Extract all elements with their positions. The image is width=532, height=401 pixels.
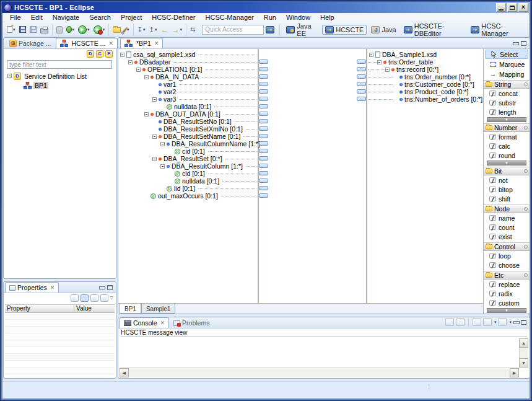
palette-tool-mapping[interactable]: →Mapping bbox=[485, 69, 528, 79]
palette-item-choose[interactable]: choose bbox=[484, 260, 530, 270]
minimize-window-button[interactable] bbox=[496, 3, 506, 12]
tab-problems[interactable]: Problems bbox=[169, 317, 214, 328]
palette-item-substr[interactable]: substr bbox=[484, 98, 530, 107]
tree-node-tns-product-code-0[interactable]: tns:Product_code [0:*] bbox=[367, 88, 483, 95]
maximize-editor-icon[interactable] bbox=[521, 41, 526, 46]
tree-node-opelation1-0-1[interactable]: OPELATION1 [0:1] bbox=[118, 66, 258, 73]
palette-item-count[interactable]: count bbox=[484, 223, 530, 232]
tree-node-out-maxoccurs-0-1[interactable]: out_maxOccurs [0:1] bbox=[118, 192, 258, 200]
mapping-handle[interactable] bbox=[357, 74, 366, 79]
show-advanced-properties-icon[interactable] bbox=[90, 294, 98, 302]
palette-item-shift[interactable]: shift bbox=[484, 194, 530, 203]
tree-expander[interactable] bbox=[369, 53, 373, 57]
palette-item-concat[interactable]: concat bbox=[484, 89, 530, 98]
perspective-hcscte[interactable]: HCSCTE bbox=[322, 25, 367, 35]
tree-expander[interactable] bbox=[152, 134, 157, 139]
palette-group-number[interactable]: Number bbox=[484, 123, 530, 132]
forward-button[interactable]: →▾ bbox=[170, 24, 184, 36]
menu-run[interactable]: Run bbox=[259, 14, 281, 21]
close-window-button[interactable]: × bbox=[518, 3, 528, 12]
palette-item-replace[interactable]: replace bbox=[484, 280, 530, 289]
tree-node-dba-resultcolumnname-1[interactable]: DBA_ResultColumnName [1:*] bbox=[118, 140, 258, 148]
perspective-hcsc-manager[interactable]: HCSC-Manager bbox=[468, 21, 526, 38]
tab-hcscte-explorer[interactable]: HCSCTE ...✕ bbox=[56, 38, 118, 48]
view-toolbar-p-button[interactable]: P bbox=[105, 50, 113, 58]
console-output[interactable]: ▲ ▼ ◀ ▶ bbox=[120, 338, 528, 377]
menu-help[interactable]: Help bbox=[315, 14, 339, 21]
column-value[interactable]: Value bbox=[74, 305, 115, 312]
tree-node-dba-resultset-0[interactable]: DBA_ResultSet [0:*] bbox=[118, 155, 258, 162]
perspective-java[interactable]: Java bbox=[368, 25, 399, 35]
perspective-java-ee[interactable]: Java EE bbox=[283, 21, 321, 38]
repository-search-button[interactable] bbox=[55, 24, 64, 36]
tree-node-dba-resultsetname-0-1[interactable]: DBA_ResultSetName [0:1] bbox=[118, 133, 258, 140]
tab-bp1-editor[interactable]: *BP1✕ bbox=[120, 38, 163, 48]
run-external-button[interactable]: ▶▾ bbox=[92, 24, 107, 36]
mapping-handle[interactable] bbox=[357, 67, 366, 71]
next-annotation-button[interactable]: ↧▾ bbox=[136, 24, 147, 36]
palette-item-name[interactable]: name bbox=[484, 213, 530, 223]
tree-expander[interactable] bbox=[377, 60, 382, 64]
tree-expander[interactable] bbox=[120, 53, 124, 57]
tab-package-explorer[interactable]: ⊞Package ... bbox=[5, 38, 56, 48]
palette-group-string[interactable]: String bbox=[484, 80, 530, 89]
palette-item-not[interactable]: not bbox=[484, 175, 530, 185]
tree-node-cid-0-1[interactable]: cid [0:1] bbox=[118, 170, 258, 177]
mapping-handle[interactable] bbox=[357, 97, 366, 101]
tree-expander[interactable] bbox=[160, 142, 165, 146]
palette-tool-marquee[interactable]: Marquee bbox=[485, 59, 528, 69]
open-element-button[interactable] bbox=[111, 24, 123, 36]
tree-node-tns-customer-code-0[interactable]: tns:Customer_code [0:*] bbox=[367, 81, 483, 88]
mapping-lines-canvas[interactable] bbox=[260, 49, 366, 303]
tree-expander[interactable] bbox=[385, 68, 390, 72]
menu-edit[interactable]: Edit bbox=[26, 14, 48, 21]
sidebar-tree-item-bp1[interactable]: BP1 bbox=[5, 81, 115, 90]
menu-search[interactable]: Search bbox=[84, 14, 116, 21]
maximize-view-icon[interactable] bbox=[521, 320, 526, 325]
mapping-handle[interactable] bbox=[357, 59, 366, 64]
view-toolbar-c-button[interactable]: C bbox=[96, 50, 103, 58]
tree-expander[interactable] bbox=[144, 112, 149, 117]
scroll-down-icon[interactable]: ▼ bbox=[519, 358, 528, 368]
tree-node-dba-sample1-xsd[interactable]: DBA_Sample1.xsd bbox=[367, 51, 483, 58]
close-icon[interactable]: ✕ bbox=[160, 320, 165, 326]
perspective-hcscte-dbeditor[interactable]: HCSCTE-DBEditor bbox=[401, 21, 467, 38]
palette-group-node[interactable]: Node bbox=[484, 205, 530, 213]
tree-node-lid-0-1[interactable]: lid [0:1] bbox=[118, 185, 258, 192]
pin-property-view-icon[interactable] bbox=[71, 294, 79, 302]
close-icon[interactable]: ✕ bbox=[50, 284, 55, 291]
tree-expander[interactable] bbox=[152, 157, 157, 161]
palette-scroll-down-icon[interactable] bbox=[487, 117, 526, 122]
open-perspective-button[interactable] bbox=[264, 24, 276, 36]
tree-expander[interactable] bbox=[144, 75, 149, 79]
tree-node-var1[interactable]: var1 bbox=[118, 81, 258, 88]
tree-node-tns-record-0[interactable]: tns:record [0:*] bbox=[367, 66, 483, 73]
debug-button[interactable]: ▾ bbox=[64, 24, 77, 36]
maximize-view-icon[interactable] bbox=[107, 285, 113, 290]
column-property[interactable]: Property bbox=[5, 305, 74, 312]
palette-item-custom[interactable]: custom bbox=[484, 298, 530, 307]
palette-scroll-down-icon[interactable] bbox=[487, 308, 526, 313]
tree-expander[interactable] bbox=[136, 68, 141, 72]
close-icon[interactable]: ✕ bbox=[108, 40, 113, 46]
tree-node-dba-in-data[interactable]: DBA_IN_DATA bbox=[118, 73, 258, 81]
palette-item-loop[interactable]: loop bbox=[484, 251, 530, 260]
tree-node-dba-resultsetno-0-1[interactable]: DBA_ResultSetNo [0:1] bbox=[118, 118, 258, 125]
palette-item-bitop[interactable]: bitop bbox=[484, 185, 530, 194]
tab-properties[interactable]: Properties✕ bbox=[5, 282, 59, 293]
tree-expander[interactable] bbox=[152, 97, 157, 102]
tree-node-dbadapter[interactable]: DBadapter bbox=[118, 58, 258, 66]
palette-group-control[interactable]: Control bbox=[484, 242, 530, 251]
tree-node-tns-order-table[interactable]: tns:Order_table bbox=[367, 58, 483, 66]
tree-node-var3[interactable]: var3 bbox=[118, 95, 258, 103]
quick-access-input[interactable] bbox=[202, 25, 264, 35]
close-icon[interactable]: ✕ bbox=[154, 40, 159, 46]
minimize-view-icon[interactable] bbox=[513, 320, 519, 325]
show-tree-icon[interactable] bbox=[81, 294, 89, 302]
menu-window[interactable]: Window bbox=[281, 14, 315, 21]
tree-node-cid-0-1[interactable]: cid [0:1] bbox=[118, 148, 258, 155]
minimize-editor-icon[interactable] bbox=[513, 41, 518, 46]
print-button[interactable] bbox=[38, 24, 50, 36]
minimize-view-icon[interactable] bbox=[99, 285, 105, 290]
tree-node-nulldata-0-1[interactable]: nulldata [0:1] bbox=[118, 103, 258, 110]
